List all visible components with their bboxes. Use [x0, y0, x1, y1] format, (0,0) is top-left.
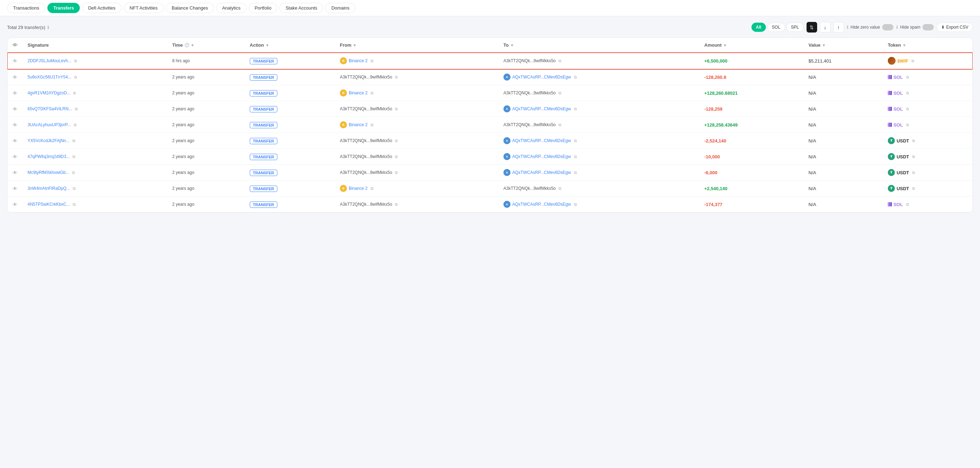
token-copy-icon[interactable]: ⧉: [906, 75, 909, 80]
tab-analytics[interactable]: Analytics: [216, 3, 247, 13]
to-link[interactable]: AQxTWCAxRP...CMev6DsEgw: [512, 138, 571, 143]
action-cell: TRANSFER: [245, 53, 335, 69]
to-link[interactable]: AQxTWCAxRP...CMev6DsEgw: [512, 106, 571, 111]
row-eye-icon[interactable]: 👁: [13, 170, 18, 176]
tab-transactions[interactable]: Transactions: [7, 3, 45, 13]
copy-icon[interactable]: ⧉: [558, 186, 562, 191]
tab-domains[interactable]: Domains: [325, 3, 355, 13]
copy-icon[interactable]: ⧉: [395, 170, 398, 175]
filter-btn-spl[interactable]: SPL: [786, 22, 804, 32]
copy-icon[interactable]: ⧉: [72, 155, 75, 159]
copy-icon[interactable]: ⧉: [395, 107, 398, 111]
to-link[interactable]: AQxTWCAxRP...CMev6DsEgw: [512, 154, 571, 159]
token-copy-icon[interactable]: ⧉: [906, 107, 909, 111]
copy-icon[interactable]: ⧉: [574, 155, 577, 159]
hide-spam-toggle[interactable]: [923, 24, 934, 30]
col-to: To ▼: [503, 42, 695, 48]
copy-icon[interactable]: ⧉: [395, 202, 398, 207]
row-eye-icon[interactable]: 👁: [13, 106, 18, 112]
hide-zero-toggle[interactable]: [882, 24, 893, 30]
copy-icon[interactable]: ⧉: [371, 186, 374, 191]
copy-icon[interactable]: ⧉: [75, 107, 78, 111]
copy-icon[interactable]: ⧉: [371, 91, 374, 96]
export-icon: ⬇: [941, 25, 945, 30]
to-link[interactable]: AQxTWCAxRP...CMev6DsEgw: [512, 202, 571, 207]
row-eye-icon[interactable]: 👁: [13, 90, 18, 96]
signature-link[interactable]: 3nW4mAtnFtRaDpQ...: [27, 186, 70, 191]
copy-icon[interactable]: ⧉: [73, 186, 76, 191]
row-eye-icon[interactable]: 👁: [13, 154, 18, 160]
row-eye-icon[interactable]: 👁: [13, 138, 18, 144]
token-copy-icon[interactable]: ⧉: [912, 155, 915, 159]
signature-link[interactable]: 47qPW6q3rrq2d9D3...: [27, 154, 70, 159]
from-link[interactable]: Binance 2: [349, 186, 368, 191]
token-copy-icon[interactable]: ⧉: [912, 139, 915, 143]
token-copy-icon[interactable]: ⧉: [906, 123, 909, 127]
token-copy-icon[interactable]: ⧉: [912, 186, 915, 191]
filter-btn-all[interactable]: All: [751, 22, 766, 32]
copy-icon[interactable]: ⧉: [395, 139, 398, 143]
row-eye-icon[interactable]: 👁: [13, 185, 18, 192]
copy-icon[interactable]: ⧉: [395, 155, 398, 159]
info-icon: ℹ: [47, 25, 49, 30]
signature-link[interactable]: Mc9tyRfMXkhvwiGb...: [27, 170, 69, 175]
signature-link[interactable]: 3UAcALyhuuUP3jorP...: [27, 122, 71, 127]
copy-icon[interactable]: ⧉: [72, 139, 75, 143]
copy-icon[interactable]: ⧉: [558, 91, 562, 96]
copy-icon[interactable]: ⧉: [574, 139, 577, 143]
signature-link[interactable]: 5u9oXGc56U1TnY54...: [27, 75, 72, 80]
tab-defi[interactable]: Defi Activities: [82, 3, 121, 13]
action-cell: TRANSFER: [245, 196, 335, 212]
from-link[interactable]: Binance 2: [349, 91, 368, 96]
time-cell: 2 years ago: [167, 196, 245, 212]
aqux-icon: A: [503, 137, 511, 144]
copy-icon[interactable]: ⧉: [574, 170, 577, 175]
row-eye-icon[interactable]: 👁: [13, 58, 18, 64]
transfer-badge: TRANSFER: [250, 185, 277, 192]
tab-nft[interactable]: NFT Activities: [124, 3, 164, 13]
copy-icon[interactable]: ⧉: [74, 123, 77, 127]
from-link[interactable]: Binance 2: [349, 58, 368, 63]
token-label: USDT: [897, 138, 909, 144]
copy-icon[interactable]: ⧉: [73, 91, 76, 96]
signature-link[interactable]: YX5VcKcdJk2FAjNn...: [27, 138, 70, 143]
copy-icon[interactable]: ⧉: [74, 59, 77, 63]
token-copy-icon[interactable]: ⧉: [906, 91, 909, 96]
row-eye-icon[interactable]: 👁: [13, 122, 18, 128]
row-eye-icon[interactable]: 👁: [13, 201, 18, 208]
sort-updown-btn[interactable]: ⇅: [807, 22, 817, 32]
tab-transfers[interactable]: Transfers: [47, 3, 80, 13]
copy-icon[interactable]: ⧉: [558, 59, 562, 63]
token-link[interactable]: $WIF: [897, 58, 908, 64]
row-eye-icon[interactable]: 👁: [13, 74, 18, 80]
copy-icon[interactable]: ⧉: [72, 170, 75, 175]
token-copy-icon[interactable]: ⧉: [906, 202, 909, 207]
copy-icon[interactable]: ⧉: [371, 123, 374, 127]
copy-icon[interactable]: ⧉: [574, 107, 577, 111]
filter-btn-sol[interactable]: SOL: [767, 22, 785, 32]
sort-up-btn[interactable]: ↑: [834, 22, 844, 32]
token-copy-icon[interactable]: ⧉: [912, 170, 915, 175]
signature-link[interactable]: 4gvR1VM2AYDgzoD...: [27, 91, 70, 96]
export-csv-button[interactable]: ⬇ Export CSV: [937, 22, 973, 32]
sort-down-btn[interactable]: ↓: [820, 22, 830, 32]
col-action: Action ▼: [250, 42, 330, 48]
copy-icon[interactable]: ⧉: [74, 75, 77, 80]
amount-cell: -10,000: [700, 149, 804, 165]
copy-icon[interactable]: ⧉: [395, 75, 398, 80]
copy-icon[interactable]: ⧉: [371, 59, 374, 63]
copy-icon[interactable]: ⧉: [73, 202, 76, 207]
signature-link[interactable]: 2DDFJSLJuMouLevh...: [27, 58, 72, 63]
copy-icon[interactable]: ⧉: [574, 75, 577, 80]
tab-portfolio[interactable]: Portfolio: [249, 3, 278, 13]
to-link[interactable]: AQxTWCAxRP...CMev6DsEgw: [512, 170, 571, 175]
token-copy-icon[interactable]: ⧉: [912, 59, 914, 63]
to-link[interactable]: AQxTWCAxRP...CMev6DsEgw: [512, 75, 571, 80]
copy-icon[interactable]: ⧉: [574, 202, 577, 207]
copy-icon[interactable]: ⧉: [558, 123, 562, 127]
tab-balance[interactable]: Balance Changes: [166, 3, 214, 13]
tab-stake[interactable]: Stake Accounts: [280, 3, 323, 13]
from-link[interactable]: Binance 2: [349, 122, 368, 127]
signature-link[interactable]: 4N5TPSwKCrkKbxC...: [27, 202, 70, 207]
signature-link[interactable]: 65vQTDKFSa4ViLRN...: [27, 106, 72, 111]
